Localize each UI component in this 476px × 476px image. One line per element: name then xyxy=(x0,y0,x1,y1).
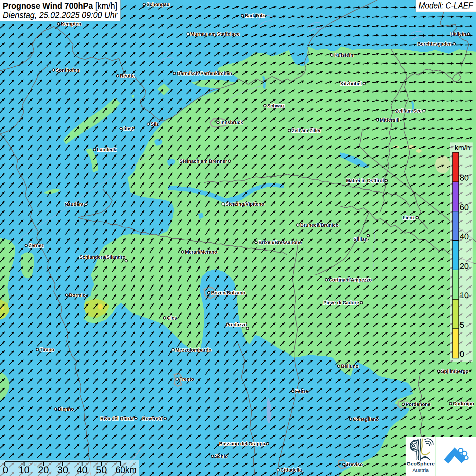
svg-text:Innsbruck: Innsbruck xyxy=(220,120,243,125)
svg-text:10: 10 xyxy=(19,464,30,475)
svg-text:Schwaz: Schwaz xyxy=(267,103,285,108)
svg-text:Zell am See: Zell am See xyxy=(395,108,422,114)
svg-text:10: 10 xyxy=(460,291,469,300)
svg-text:Sterzing/Vipiteno: Sterzing/Vipiteno xyxy=(225,201,264,207)
svg-text:Cortina d'Ampezzo: Cortina d'Ampezzo xyxy=(329,277,372,283)
svg-text:Zell am Ziller: Zell am Ziller xyxy=(292,128,321,133)
svg-text:Steinach am Brenner: Steinach am Brenner xyxy=(180,158,227,164)
svg-text:Kufstein: Kufstein xyxy=(334,52,353,58)
svg-text:0: 0 xyxy=(3,464,8,475)
svg-text:Garmisch-Partenkirchen: Garmisch-Partenkirchen xyxy=(177,71,232,76)
svg-text:Tirano: Tirano xyxy=(40,347,54,352)
svg-text:Brixen/Bressanone: Brixen/Bressanone xyxy=(258,240,302,245)
svg-text:Pordenone: Pordenone xyxy=(406,402,430,407)
svg-text:20: 20 xyxy=(460,261,469,271)
svg-text:Murnau am Staffelsee: Murnau am Staffelsee xyxy=(190,31,240,37)
svg-text:Codroipo: Codroipo xyxy=(453,401,474,406)
svg-text:Kitzbühel: Kitzbühel xyxy=(340,81,362,86)
svg-text:20: 20 xyxy=(38,464,49,475)
svg-text:Nauders: Nauders xyxy=(65,202,84,207)
svg-text:Zernez: Zernez xyxy=(29,243,44,248)
svg-text:Bad Tölz: Bad Tölz xyxy=(245,13,265,18)
svg-text:60: 60 xyxy=(460,203,469,212)
svg-text:Cles: Cles xyxy=(167,315,177,321)
svg-text:80: 80 xyxy=(460,173,469,182)
svg-text:Bassano del Grappa: Bassano del Grappa xyxy=(219,441,266,446)
svg-text:40: 40 xyxy=(76,464,87,475)
svg-text:5: 5 xyxy=(460,320,464,329)
svg-text:Schlanders/Silandro: Schlanders/Silandro xyxy=(80,254,125,260)
svg-text:Schongau: Schongau xyxy=(147,2,170,7)
svg-text:Meran/Merano: Meran/Merano xyxy=(185,249,217,255)
svg-text:Bruneck/Brunico: Bruneck/Brunico xyxy=(300,222,339,228)
svg-text:60km: 60km xyxy=(116,464,137,475)
svg-text:Prognose Wind 700hPa [km/h]: Prognose Wind 700hPa [km/h] xyxy=(3,1,117,11)
svg-text:Lienz: Lienz xyxy=(403,215,415,220)
svg-text:Schio: Schio xyxy=(215,454,228,459)
svg-text:0: 0 xyxy=(460,350,464,359)
svg-text:Pieve di Cadore: Pieve di Cadore xyxy=(323,300,359,305)
svg-text:km/h: km/h xyxy=(455,143,470,151)
svg-text:Spilimbergo: Spilimbergo xyxy=(441,369,469,374)
svg-text:GeoSphere: GeoSphere xyxy=(407,461,435,466)
svg-text:Trento: Trento xyxy=(180,376,194,382)
svg-text:Sillian: Sillian xyxy=(354,237,368,242)
svg-text:Belluno: Belluno xyxy=(341,363,358,369)
svg-text:Feltre: Feltre xyxy=(295,389,308,394)
svg-text:Cittadella: Cittadella xyxy=(280,467,302,473)
svg-text:Sonthofen: Sonthofen xyxy=(56,67,79,73)
svg-text:Treviso: Treviso xyxy=(346,462,363,467)
svg-text:Modell: C-LAEF: Modell: C-LAEF xyxy=(419,1,474,10)
svg-text:50: 50 xyxy=(96,464,107,475)
svg-text:Conegliano: Conegliano xyxy=(353,417,379,422)
svg-text:Matrei in Osttirol: Matrei in Osttirol xyxy=(346,178,384,183)
svg-text:Predazzo: Predazzo xyxy=(226,322,247,327)
svg-text:Rovereto: Rovereto xyxy=(142,416,163,421)
svg-text:Kempten: Kempten xyxy=(61,21,81,27)
svg-text:Austria: Austria xyxy=(412,467,429,473)
svg-text:Berchtesgaden: Berchtesgaden xyxy=(418,41,452,47)
svg-text:Bienno: Bienno xyxy=(58,406,74,412)
svg-text:30: 30 xyxy=(57,464,68,475)
svg-text:Dienstag, 25.02.2025 09:00 Uhr: Dienstag, 25.02.2025 09:00 Uhr xyxy=(3,10,118,20)
svg-text:Hallein: Hallein xyxy=(451,31,466,37)
svg-text:Riva del Garda: Riva del Garda xyxy=(100,416,134,421)
svg-text:Mittersill: Mittersill xyxy=(380,117,400,123)
svg-text:Silz: Silz xyxy=(151,121,159,127)
svg-text:Reutte: Reutte xyxy=(120,73,135,79)
svg-text:Mezzolombardo: Mezzolombardo xyxy=(175,347,211,353)
svg-text:Bozen/Bolzano: Bozen/Bolzano xyxy=(211,290,245,295)
svg-text:Imst: Imst xyxy=(123,126,133,131)
svg-text:Landeck: Landeck xyxy=(97,147,116,152)
svg-text:Bormio: Bormio xyxy=(69,292,86,298)
svg-text:40: 40 xyxy=(460,232,469,241)
